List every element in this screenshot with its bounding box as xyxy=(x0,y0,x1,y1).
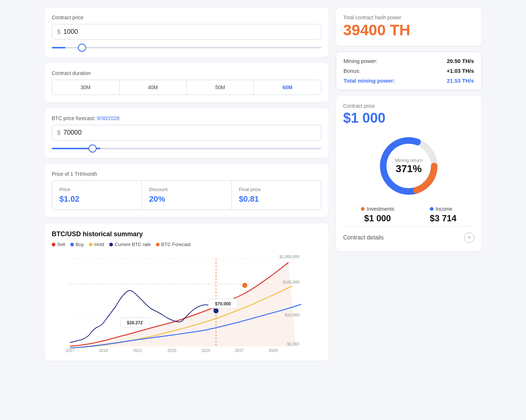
legend-btc-forecast: BTC Forecast xyxy=(156,242,191,247)
invest-income-row: Investments $1 000 Income $3 714 xyxy=(343,206,474,223)
btc-price-input[interactable] xyxy=(63,129,316,136)
discount-label: Discount xyxy=(149,187,224,192)
contract-price-right-label: Contract price xyxy=(343,103,474,109)
contract-price-slider[interactable] xyxy=(52,47,321,48)
price-table: Price $1.02 Discount 20% Final price $0.… xyxy=(52,181,321,210)
income-item: Income $3 714 xyxy=(430,206,456,223)
svg-point-11 xyxy=(213,308,219,313)
total-mining-row: Total mining power: 21.53 TH/s xyxy=(344,78,474,84)
income-value: $3 714 xyxy=(430,213,456,223)
svg-text:$1,000,000: $1,000,000 xyxy=(279,254,299,259)
btc-slider-wrapper xyxy=(52,144,321,151)
contract-details-row: Contract details + xyxy=(343,226,474,244)
contract-price-slider-wrapper xyxy=(52,43,321,50)
tab-60m[interactable]: 60M xyxy=(254,80,321,95)
main-container: Contract price $ Contract duration 30M 4… xyxy=(44,7,482,361)
btc-forecast-dot xyxy=(156,243,160,246)
bonus-row: Bonus: +1.03 TH/s xyxy=(344,68,474,74)
svg-text:2023: 2023 xyxy=(168,348,176,353)
price-cell-discount: Discount 20% xyxy=(142,181,231,210)
svg-text:2021: 2021 xyxy=(133,348,142,353)
svg-text:2019: 2019 xyxy=(99,348,108,353)
btc-forecast-card: BTC price forecast: 9/30/2028 $ xyxy=(44,108,329,158)
price-cell-price: Price $1.02 xyxy=(52,181,142,210)
total-mining-value: 21.53 TH/s xyxy=(447,78,474,84)
contract-duration-label: Contract duration xyxy=(52,70,321,76)
chart-title: BTC/USD historical summary xyxy=(52,230,321,238)
donut-center-text: Mining return 371% xyxy=(395,158,423,175)
chart-area: $1,000,000 $100,000 $10,000 $1,000 xyxy=(52,251,321,353)
price-value: $1.02 xyxy=(59,194,134,204)
contract-price-input-wrapper: $ xyxy=(52,24,321,40)
final-price-label: Final price xyxy=(239,187,314,192)
donut-center-label: Mining return xyxy=(395,158,423,163)
tab-50m[interactable]: 50M xyxy=(187,80,254,95)
svg-text:2027: 2027 xyxy=(235,348,244,353)
sell-dot xyxy=(52,243,55,246)
investments-label-row: Investments xyxy=(361,206,394,212)
contract-details-expand-button[interactable]: + xyxy=(464,233,474,243)
btc-rate-dot xyxy=(109,243,113,246)
buy-dot xyxy=(70,243,74,246)
right-panel: Total contract hash power 39400 TH Minin… xyxy=(336,7,482,361)
legend-hold-label: Hold xyxy=(94,242,104,247)
bonus-label: Bonus: xyxy=(344,68,361,74)
discount-value: 20% xyxy=(149,194,224,204)
tab-40m[interactable]: 40M xyxy=(119,80,187,95)
investments-value: $1 000 xyxy=(361,213,394,223)
svg-text:2017: 2017 xyxy=(66,348,74,353)
left-panel: Contract price $ Contract duration 30M 4… xyxy=(44,7,329,361)
legend-sell: Sell xyxy=(52,242,65,247)
chart-legend: Sell Buy Hold Current BTC rate BTC Forec… xyxy=(52,242,321,247)
total-mining-label: Total mining power: xyxy=(344,78,395,84)
btc-price-slider[interactable] xyxy=(52,148,321,149)
btc-currency-sign: $ xyxy=(57,130,60,136)
mining-power-row: Mining power: 20.50 TH/s xyxy=(344,58,474,64)
investments-item: Investments $1 000 xyxy=(361,206,394,223)
investments-dot xyxy=(361,207,365,211)
chart-svg: $1,000,000 $100,000 $10,000 $1,000 xyxy=(52,251,321,353)
svg-text:$70.000: $70.000 xyxy=(215,301,231,306)
contract-duration-card: Contract duration 30M 40M 50M 60M xyxy=(44,63,329,102)
mining-info-card: Mining power: 20.50 TH/s Bonus: +1.03 TH… xyxy=(336,52,482,90)
legend-sell-label: Sell xyxy=(57,242,65,247)
legend-buy-label: Buy xyxy=(76,242,84,247)
income-label: Income xyxy=(436,206,452,212)
contract-price-input[interactable] xyxy=(63,28,316,36)
price-th-label: Price of 1 TH/month xyxy=(52,171,321,177)
income-label-row: Income xyxy=(430,206,456,212)
tab-30m[interactable]: 30M xyxy=(52,80,119,95)
investments-label: Investments xyxy=(367,206,394,212)
contract-details-label: Contract details xyxy=(343,234,384,241)
hash-power-card: Total contract hash power 39400 TH xyxy=(336,7,482,46)
legend-hold: Hold xyxy=(89,242,104,247)
donut-center-value: 371% xyxy=(395,163,423,175)
income-dot xyxy=(430,207,433,211)
legend-btc-rate: Current BTC rate xyxy=(109,242,151,247)
chart-card: BTC/USD historical summary Sell Buy Hold… xyxy=(44,223,329,361)
btc-forecast-date-link[interactable]: 9/30/2028 xyxy=(97,115,119,121)
price-cell-final: Final price $0.81 xyxy=(232,181,321,210)
contract-price-label: Contract price xyxy=(52,15,321,20)
svg-text:2025: 2025 xyxy=(201,348,210,353)
contract-price-right-card: Contract price $1 000 Mining return 371% xyxy=(336,96,482,251)
currency-sign: $ xyxy=(57,29,60,35)
contract-price-right-value: $1 000 xyxy=(343,110,474,126)
duration-tabs: 30M 40M 50M 60M xyxy=(52,80,321,95)
hash-power-value: 39400 TH xyxy=(343,22,474,39)
btc-forecast-label: BTC price forecast: 9/30/2028 xyxy=(52,115,321,121)
hold-dot xyxy=(89,243,93,246)
svg-text:$26.272: $26.272 xyxy=(127,320,143,325)
legend-btc-rate-label: Current BTC rate xyxy=(115,242,151,247)
donut-container: Mining return 371% xyxy=(343,130,474,202)
price-th-card: Price of 1 TH/month Price $1.02 Discount… xyxy=(44,164,329,217)
bonus-value: +1.03 TH/s xyxy=(447,68,474,74)
contract-price-card: Contract price $ xyxy=(44,7,329,57)
price-label: Price xyxy=(59,187,134,192)
hash-power-label: Total contract hash power xyxy=(343,15,474,20)
svg-point-10 xyxy=(242,283,247,288)
legend-buy: Buy xyxy=(70,242,84,247)
btc-price-input-wrapper: $ xyxy=(52,125,321,140)
legend-btc-forecast-label: BTC Forecast xyxy=(161,242,191,247)
mining-power-label: Mining power: xyxy=(344,58,377,64)
